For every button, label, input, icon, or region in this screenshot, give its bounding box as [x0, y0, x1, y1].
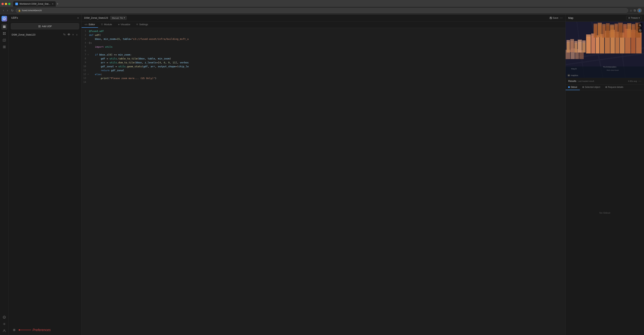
sidebar-item-globe[interactable] [1, 314, 7, 320]
svg-rect-43 [566, 42, 570, 52]
preferences-gear-icon[interactable] [12, 327, 17, 333]
line-content-14 [89, 80, 566, 84]
udf-expand-button[interactable]: ∨ [76, 33, 78, 36]
selected-object-tab-label: Selected object [585, 86, 600, 88]
svg-rect-55 [591, 36, 595, 53]
forward-button[interactable]: › [6, 8, 8, 12]
tab-module-label: Module [104, 23, 112, 26]
address-lock-icon: 🔒 [18, 9, 21, 12]
tab-close-button[interactable]: ✕ [52, 3, 54, 5]
udf-item-actions: ✕ ∨ [62, 33, 78, 37]
execution-mode-label: Manual: Tile [112, 17, 123, 19]
profile-avatar[interactable]: 👤 [637, 8, 642, 13]
data-icon [2, 32, 6, 35]
add-udf-button[interactable]: Add UDF [11, 23, 79, 29]
svg-point-25 [14, 330, 15, 331]
app-layout: UDFs « Add UDF DSM_Zonal_Stats123 [0, 14, 644, 335]
back-button[interactable]: ‹ [2, 8, 5, 12]
svg-rect-41 [579, 52, 584, 59]
more-options-button[interactable]: ⋯ [560, 16, 563, 20]
browser-tabs: Workbench DSM_Zonal_Stat... ✕ + [0, 0, 644, 7]
map-header: Map ⏸ Freeze ▾ [566, 14, 644, 22]
results-tab-stdout[interactable]: Stdout [566, 84, 580, 90]
preferences-section: Preferences [8, 325, 82, 335]
maximize-window-button[interactable] [8, 3, 10, 5]
active-tab[interactable]: Workbench DSM_Zonal_Stat... ✕ [13, 1, 56, 6]
results-more-button[interactable]: ⋯ [638, 79, 642, 83]
minimize-window-button[interactable] [5, 3, 7, 5]
svg-rect-94 [632, 24, 635, 26]
svg-rect-20 [38, 25, 39, 26]
tab-settings[interactable]: ⚙ Settings [133, 21, 151, 28]
code-line-10: 10 gdf_zonal = utils.geom_stats(gdf, arr… [82, 65, 566, 69]
eye-icon [68, 33, 70, 36]
udfs-title: UDFs [11, 16, 18, 19]
map-container[interactable]: King St The Embarcadero Red's Java House [566, 22, 644, 78]
svg-rect-8 [4, 34, 6, 35]
sidebar-item-layers[interactable] [1, 24, 7, 30]
reload-button[interactable]: ↻ [10, 8, 14, 13]
svg-rect-59 [600, 36, 604, 53]
sidebar-item-map[interactable] [1, 37, 7, 43]
udf-close-button[interactable]: ✕ [72, 33, 75, 36]
svg-line-102 [641, 26, 641, 26]
sidebar-item-user[interactable] [1, 328, 7, 334]
map-info-button[interactable] [638, 28, 642, 32]
line-number-8: 8 [82, 57, 89, 61]
tab-visualize[interactable]: ◈ Visualize [115, 21, 134, 28]
tab-settings-icon: ⚙ [136, 23, 138, 26]
sidebar-item-settings[interactable] [1, 321, 7, 327]
results-panel: Results Last loaded result 4.60s avg ⋯ S… [566, 78, 644, 335]
line-content-13: print("Please zoom more... (US Only)") [89, 76, 566, 80]
address-bar[interactable]: 🔒 fused.io/workbench/ [16, 8, 628, 13]
udf-eye-button[interactable] [67, 33, 71, 37]
udf-list-item[interactable]: DSM_Zonal_Stats123 ✕ ∨ [9, 31, 81, 38]
udf-eye-slash-button[interactable] [62, 33, 66, 37]
udfs-header: UDFs « [8, 14, 82, 21]
svg-rect-54 [586, 34, 591, 37]
address-text: fused.io/workbench/ [22, 9, 42, 12]
svg-rect-44 [566, 40, 570, 43]
tab-visualize-icon: ◈ [118, 23, 120, 26]
line-number-6: 6 [82, 49, 89, 53]
tab-editor-icon: </> [84, 23, 88, 26]
code-line-9: 9 arr = utils.dsm_to_tile(bbox, z_levels… [82, 61, 566, 65]
tab-editor[interactable]: </> Editor [82, 21, 98, 28]
close-window-button[interactable] [2, 3, 4, 5]
results-content: No Stdout [566, 90, 644, 335]
tab-visualize-label: Visualize [121, 23, 130, 26]
sidebar-item-data[interactable] [1, 30, 7, 36]
svg-rect-86 [614, 23, 618, 26]
line-number-1: 1 [82, 29, 89, 33]
svg-text:Red's Java House: Red's Java House [606, 69, 619, 71]
execution-mode-chevron: ▾ [124, 17, 125, 19]
results-tab-request-details[interactable]: Request details [603, 84, 626, 90]
app-logo[interactable] [2, 16, 7, 21]
right-panel: Map ⏸ Freeze ▾ [566, 14, 644, 335]
results-title: Results [568, 80, 576, 82]
udfs-collapse-button[interactable]: « [77, 16, 79, 19]
stdout-indicator [568, 86, 570, 88]
svg-text:The Embarcadero: The Embarcadero [603, 66, 616, 68]
new-tab-button[interactable]: + [56, 2, 58, 5]
svg-rect-92 [627, 23, 631, 25]
toolbar-actions: ☆ ⧉ 👤 [630, 8, 642, 13]
save-button[interactable]: Save [550, 16, 558, 19]
results-meta: Last loaded result [578, 80, 594, 82]
browser-chrome: Workbench DSM_Zonal_Stat... ✕ + ‹ › ↻ 🔒 … [0, 0, 644, 14]
freeze-button[interactable]: ⏸ Freeze ▾ [626, 16, 642, 20]
sidebar-item-tools[interactable] [1, 44, 7, 50]
svg-rect-48 [574, 41, 578, 43]
execution-mode-selector[interactable]: Manual: Tile ▾ [110, 16, 126, 20]
svg-rect-6 [4, 32, 6, 33]
extensions-button[interactable]: ⧉ [634, 9, 636, 12]
map-search-button[interactable] [638, 23, 642, 28]
bookmark-button[interactable]: ☆ [630, 9, 632, 12]
code-editor[interactable]: 1 @fused.udf 2 def udf( 3 bbox, min_zoom… [82, 28, 566, 335]
tab-module[interactable]: ☰ Module [98, 21, 115, 28]
line-number-3: 3 [82, 37, 89, 41]
line-number-9: 9 [82, 61, 89, 65]
svg-rect-88 [618, 23, 623, 25]
results-tab-selected-object[interactable]: Selected object [580, 84, 603, 90]
arrow-line [20, 330, 31, 330]
